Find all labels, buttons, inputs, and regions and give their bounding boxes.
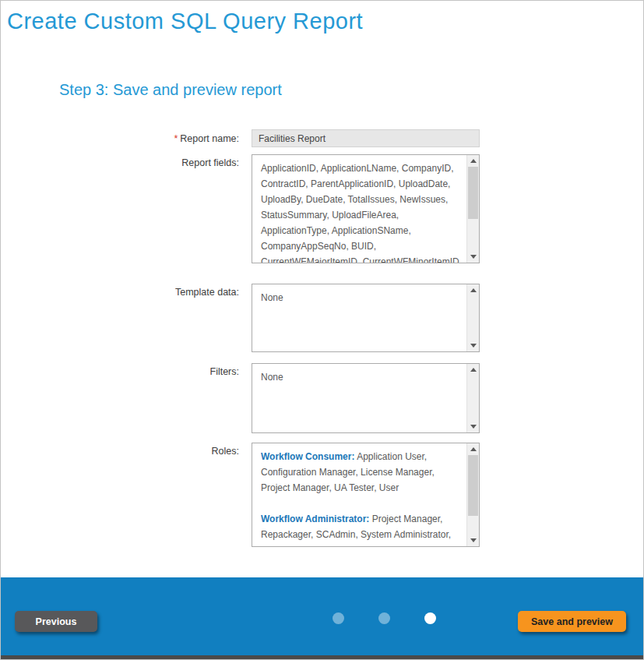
report-fields-box: ApplicationID, ApplicationLName, Company… bbox=[252, 154, 480, 263]
filters-label-cell: Filters: bbox=[1, 363, 239, 378]
report-name-row: *Report name: bbox=[1, 129, 492, 147]
role-entry: Workflow Consumer: Application User, Con… bbox=[261, 449, 463, 496]
report-fields-scrollbar[interactable] bbox=[466, 155, 479, 263]
page: Create Custom SQL Query Report Step 3: S… bbox=[0, 0, 644, 660]
filters-scrollbar[interactable] bbox=[466, 364, 479, 432]
report-fields-label: Report fields: bbox=[181, 157, 239, 168]
save-and-preview-button[interactable]: Save and preview bbox=[518, 611, 626, 632]
template-data-row: Template data: None bbox=[1, 284, 492, 352]
template-data-value: None bbox=[261, 290, 463, 305]
roles-box: Workflow Consumer: Application User, Con… bbox=[252, 443, 480, 547]
scroll-down-icon[interactable] bbox=[467, 535, 479, 546]
roles-scrollbar[interactable] bbox=[466, 443, 479, 546]
previous-button[interactable]: Previous bbox=[15, 611, 97, 632]
template-data-scrollbar[interactable] bbox=[466, 284, 479, 351]
report-form: *Report name: Report fields: Application… bbox=[1, 129, 492, 547]
required-marker: * bbox=[174, 133, 178, 144]
report-field-line: StatusSummary, UploadFileArea, bbox=[261, 207, 463, 223]
scroll-up-icon[interactable] bbox=[467, 155, 479, 167]
scroll-down-icon[interactable] bbox=[467, 340, 479, 351]
report-fields-label-cell: Report fields: bbox=[1, 154, 239, 169]
report-field-line: CurrentWFMajorItemID, CurrentWFMinorItem… bbox=[261, 254, 463, 263]
scrollbar-thumb[interactable] bbox=[468, 455, 478, 516]
filters-content: None bbox=[252, 364, 466, 432]
role-name: Workflow Consumer: bbox=[261, 451, 354, 462]
report-field-line: CompanyAppSeqNo, BUID, bbox=[261, 238, 463, 254]
step-indicator bbox=[333, 612, 436, 624]
page-title: Create Custom SQL Query Report bbox=[7, 9, 363, 34]
scrollbar-track[interactable] bbox=[467, 455, 479, 535]
step-dot-1 bbox=[333, 612, 344, 624]
filters-label: Filters: bbox=[210, 366, 240, 377]
scroll-up-icon[interactable] bbox=[467, 284, 479, 296]
scrollbar-track[interactable] bbox=[467, 376, 479, 421]
role-entry: Workflow Administrator: Project Manager,… bbox=[261, 511, 463, 546]
roles-row: Roles: Workflow Consumer: Application Us… bbox=[1, 443, 492, 547]
template-data-label-cell: Template data: bbox=[1, 284, 239, 298]
template-data-content: None bbox=[252, 284, 466, 351]
report-fields-content: ApplicationID, ApplicationLName, Company… bbox=[252, 155, 466, 263]
report-name-label-cell: *Report name: bbox=[1, 132, 239, 145]
bottom-edge-strip bbox=[1, 655, 643, 659]
report-field-line: ContractID, ParentApplicationID, UploadD… bbox=[261, 176, 463, 192]
report-field-line: ApplicationID, ApplicationLName, Company… bbox=[261, 161, 463, 176]
report-field-line: ApplicationType, ApplicationSName, bbox=[261, 223, 463, 238]
step-dot-3 bbox=[424, 612, 436, 624]
scroll-down-icon[interactable] bbox=[467, 251, 479, 263]
roles-label: Roles: bbox=[212, 446, 239, 457]
filters-box: None bbox=[252, 363, 480, 433]
scrollbar-track[interactable] bbox=[467, 167, 479, 251]
report-name-label: Report name: bbox=[180, 133, 239, 144]
wizard-footer: Previous Save and preview bbox=[1, 577, 643, 655]
filters-row: Filters: None bbox=[1, 363, 492, 433]
roles-label-cell: Roles: bbox=[1, 443, 239, 457]
scroll-up-icon[interactable] bbox=[467, 443, 479, 455]
roles-content: Workflow Consumer: Application User, Con… bbox=[252, 443, 466, 546]
step-dot-2 bbox=[378, 612, 390, 624]
scroll-down-icon[interactable] bbox=[467, 421, 479, 432]
scroll-up-icon[interactable] bbox=[467, 364, 479, 376]
filters-value: None bbox=[261, 369, 463, 385]
scrollbar-thumb[interactable] bbox=[468, 167, 478, 219]
template-data-label: Template data: bbox=[175, 287, 239, 298]
report-fields-row: Report fields: ApplicationID, Applicatio… bbox=[1, 154, 492, 263]
step-heading: Step 3: Save and preview report bbox=[59, 81, 282, 99]
template-data-box: None bbox=[252, 284, 480, 352]
report-name-input[interactable] bbox=[252, 129, 480, 147]
report-field-line: UploadBy, DueDate, TotalIssues, NewIssue… bbox=[261, 192, 463, 207]
role-name: Workflow Administrator: bbox=[261, 514, 369, 524]
scrollbar-track[interactable] bbox=[467, 296, 479, 340]
